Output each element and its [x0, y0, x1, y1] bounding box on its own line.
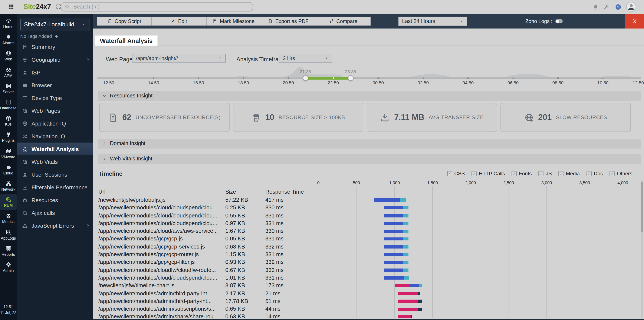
bar-segment-teal[interactable]	[403, 214, 408, 217]
table-row[interactable]: /newclient/jsfw/timeline-chart.js 3.87 K…	[98, 282, 642, 290]
table-row[interactable]: /app/newclient/modules/admin/third-party…	[98, 290, 642, 298]
sidebar-item[interactable]: Resources	[16, 194, 93, 206]
global-search[interactable]	[61, 2, 253, 11]
sidebar-item[interactable]: Web Vitals	[16, 155, 93, 168]
bar-segment-blue[interactable]	[384, 245, 403, 248]
table-row[interactable]: /app/newclient/modules/gcp/gcp-router.js…	[98, 251, 642, 259]
bar-segment-teal[interactable]	[403, 206, 408, 209]
rail-item[interactable]: Alarms	[0, 31, 16, 48]
toolbar-button[interactable]: Export as PDF	[261, 17, 316, 25]
rail-item[interactable]: APM	[0, 64, 16, 80]
avatar[interactable]	[626, 2, 636, 12]
filter-checkbox[interactable]: ✓ JS	[538, 171, 552, 177]
bar-segment-blue[interactable]	[384, 230, 403, 233]
web-pages-select[interactable]: /apm/apm-insight//	[132, 54, 226, 62]
table-row[interactable]: /app/newclient/modules/gcp/gcp.js 0.05 K…	[98, 235, 642, 243]
bar-segment-teal[interactable]	[403, 269, 408, 272]
close-button[interactable]: X	[625, 14, 644, 28]
bar-segment-pink[interactable]	[398, 300, 418, 303]
time-range-select[interactable]: Last 24 Hours	[398, 16, 467, 26]
toolbar-button[interactable]: Mark Milestone	[206, 17, 261, 25]
column-header-response-time[interactable]: Response Time	[265, 189, 304, 195]
bar-segment-teal[interactable]	[403, 261, 408, 264]
monitor-select[interactable]: Site24x7-Localbuild	[20, 18, 89, 31]
bar-segment-blue[interactable]	[384, 276, 404, 280]
bar-segment-pink[interactable]	[398, 308, 418, 311]
bar-segment-blue[interactable]	[384, 214, 403, 217]
sidebar-item[interactable]: JavaScript Errors	[16, 219, 93, 232]
sidebar-item[interactable]: Ajax calls	[16, 206, 93, 219]
sidebar-item[interactable]: Filterable Performance	[16, 181, 93, 194]
table-row[interactable]: /app/newclient/modules/cloudfw/cloudfw-r…	[98, 266, 642, 274]
filter-checkbox[interactable]: ✓ HTTP Calls	[472, 171, 505, 177]
site24x7-logo[interactable]: Site24x7	[24, 2, 51, 11]
column-header-url[interactable]: Url	[98, 189, 106, 195]
table-row[interactable]: /app/newclient/modules/cloud/cloudspend/…	[98, 274, 642, 282]
table-row[interactable]: /app/newclient/modules/gcp/gcp-services.…	[98, 243, 642, 251]
rail-item[interactable]: Cloud	[0, 161, 16, 178]
rail-item[interactable]: Plugins	[0, 129, 16, 145]
sidebar-item[interactable]: Navigation IQ	[16, 130, 93, 143]
rail-item[interactable]: VMware	[0, 145, 16, 161]
bar-segment-teal[interactable]	[403, 253, 408, 256]
bar-segment-blue[interactable]	[374, 199, 400, 202]
table-row[interactable]: /app/newclient/modules/cloud/cloudspend/…	[98, 220, 642, 227]
bar-segment-teal[interactable]	[400, 199, 406, 202]
sidebar-item[interactable]: Application IQ	[16, 117, 93, 130]
bar-segment-teal[interactable]	[404, 276, 409, 280]
rail-item[interactable]: RUM	[0, 194, 16, 210]
rail-item[interactable]: Reports	[0, 243, 16, 259]
sidebar-item[interactable]: Device Type	[16, 91, 93, 104]
bar-segment-teal[interactable]	[419, 284, 422, 287]
sidebar-item[interactable]: Summary	[16, 40, 93, 53]
column-header-size[interactable]: Size	[225, 189, 236, 195]
table-row[interactable]: /app/newclient/modules/cloud/cloudspend/…	[98, 204, 642, 212]
sidebar-item[interactable]: ISP	[16, 66, 93, 79]
bar-segment-navy[interactable]	[418, 292, 420, 295]
rail-item[interactable]: AppLogs	[0, 227, 16, 243]
rail-item[interactable]: K8s	[0, 113, 16, 129]
table-row[interactable]: /newclient/jsfw/protobufjs.js 57.22 KB 4…	[98, 196, 642, 204]
filter-checkbox[interactable]: ✓ CSS	[447, 171, 465, 177]
bar-segment-blue[interactable]	[384, 238, 403, 241]
rail-item[interactable]: Admin	[0, 259, 16, 275]
rail-item[interactable]: Network	[0, 178, 16, 194]
table-row[interactable]: /app/newclient/modules/cloud/aws/aws-ser…	[98, 227, 642, 235]
sidebar-item[interactable]: Geographic	[16, 53, 93, 66]
toolbar-button[interactable]: Compare	[316, 17, 370, 25]
resources-insight-header[interactable]: Resources Insight	[98, 91, 641, 101]
webvitals-insight-header[interactable]: Web Vitals Insight	[98, 154, 641, 164]
filter-checkbox[interactable]: ✓ Fonts	[512, 171, 532, 177]
rail-item[interactable]: Home	[0, 15, 16, 31]
sidebar-item[interactable]: Waterfall Analysis	[16, 143, 93, 155]
toolbar-button[interactable]: Edit	[152, 17, 206, 25]
bar-segment-blue[interactable]	[384, 206, 403, 209]
bar-segment-navy[interactable]	[418, 308, 422, 311]
bar-segment-teal[interactable]	[403, 222, 408, 225]
tags-row[interactable]: No Tags Added	[20, 34, 59, 39]
bar-segment-pink[interactable]	[395, 284, 409, 287]
expand-icon[interactable]	[56, 4, 61, 9]
table-row[interactable]: /app/newclient/modules/cloud/cloudspend/…	[98, 212, 642, 220]
bar-segment-blue[interactable]	[384, 253, 403, 256]
timeframe-select[interactable]: 2 Hrs	[279, 54, 332, 62]
rail-item[interactable]: Web	[0, 48, 16, 64]
range-end-handle[interactable]	[348, 75, 353, 81]
range-start-handle[interactable]	[302, 75, 308, 81]
domain-insight-header[interactable]: Domain Insight	[98, 139, 641, 148]
time-slider-track[interactable]	[97, 77, 641, 79]
table-row[interactable]: /app/newclient/modules/admin/third-party…	[98, 298, 642, 305]
bar-segment-blue[interactable]	[409, 284, 419, 287]
zoho-logs-toggle[interactable]	[556, 19, 563, 23]
table-row[interactable]: /app/newclient/modules/gcp/gcp-filter.js…	[98, 259, 642, 266]
selected-time-range[interactable]	[306, 77, 350, 79]
rail-item[interactable]: Database	[0, 97, 16, 113]
search-input[interactable]	[72, 3, 249, 10]
filter-checkbox[interactable]: ✓ Others	[610, 171, 632, 177]
notifications-bell-icon[interactable]	[592, 4, 599, 10]
bar-segment-teal[interactable]	[403, 245, 408, 248]
bar-segment-navy[interactable]	[418, 300, 422, 303]
sidebar-item[interactable]: Web Pages	[16, 104, 93, 117]
apps-grid-icon[interactable]	[8, 4, 14, 10]
filter-checkbox[interactable]: ✓ Doc	[586, 171, 603, 177]
